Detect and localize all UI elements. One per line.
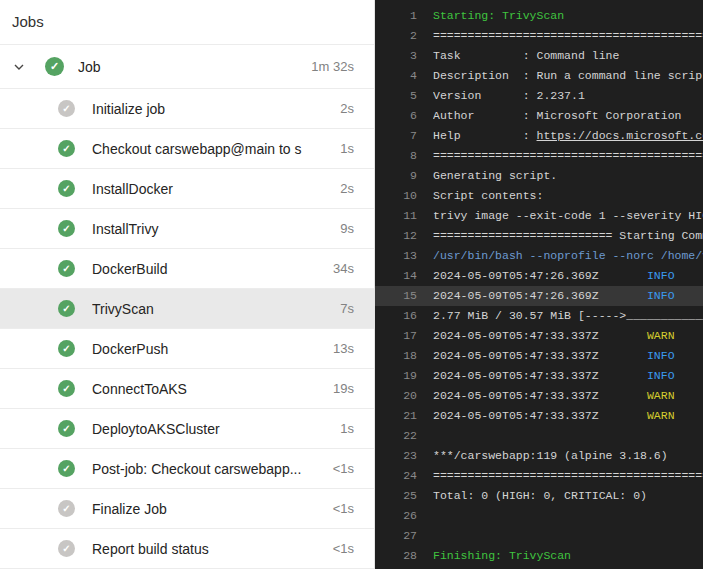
log-line-number[interactable]: 23 (375, 446, 417, 466)
log-text-segment: ========================================… (433, 149, 703, 162)
log-line[interactable]: 25Total: 0 (HIGH: 0, CRITICAL: 0) (375, 486, 703, 506)
log-line[interactable]: 5Version : 2.237.1 (375, 86, 703, 106)
log-line-number[interactable]: 8 (375, 146, 417, 166)
log-line-number[interactable]: 14 (375, 266, 417, 286)
log-line-number[interactable]: 15 (375, 286, 417, 306)
log-line[interactable]: 192024-05-09T05:47:33.337Z INFO (375, 366, 703, 386)
step-duration: 13s (333, 341, 354, 356)
success-check-icon: ✓ (58, 260, 75, 277)
log-line[interactable]: 212024-05-09T05:47:33.337Z WARN (375, 406, 703, 426)
log-line-number[interactable]: 27 (375, 526, 417, 546)
log-text-segment: Total: 0 (HIGH: 0, CRITICAL: 0) (433, 489, 647, 502)
log-text-segment: INFO (647, 369, 675, 382)
step-duration: 1s (340, 141, 354, 156)
log-line-number[interactable]: 25 (375, 486, 417, 506)
log-line-number[interactable]: 20 (375, 386, 417, 406)
log-line[interactable]: 142024-05-09T05:47:26.369Z INFO (375, 266, 703, 286)
log-line-number[interactable]: 5 (375, 86, 417, 106)
log-line[interactable]: 27 (375, 526, 703, 546)
step-row-connecttoaks[interactable]: ✓ConnectToAKS19s (0, 369, 374, 409)
log-line[interactable]: 24======================================… (375, 466, 703, 486)
log-link[interactable]: https://docs.microsoft.co (537, 129, 703, 142)
log-line[interactable]: 10Script contents: (375, 186, 703, 206)
log-line-text: /usr/bin/bash --noprofile --norc /home/v (433, 246, 703, 266)
log-line[interactable]: 7Help : https://docs.microsoft.co (375, 126, 703, 146)
log-line[interactable]: 182024-05-09T05:47:33.337Z INFO (375, 346, 703, 366)
step-row-dockerbuild[interactable]: ✓DockerBuild34s (0, 249, 374, 289)
step-duration: <1s (333, 461, 354, 476)
step-row-checkout-carswebapp-main-to-s[interactable]: ✓Checkout carswebapp@main to s1s (0, 129, 374, 169)
log-line-number[interactable]: 10 (375, 186, 417, 206)
log-text-segment: WARN (647, 389, 675, 402)
step-row-installdocker[interactable]: ✓InstallDocker2s (0, 169, 374, 209)
step-duration: 34s (333, 261, 354, 276)
log-text-segment: 2024-05-09T05:47:33.337Z (433, 349, 647, 362)
log-line[interactable]: 202024-05-09T05:47:33.337Z WARN (375, 386, 703, 406)
log-line-number[interactable]: 26 (375, 506, 417, 526)
log-line[interactable]: 28Finishing: TrivyScan (375, 546, 703, 566)
log-line-number[interactable]: 21 (375, 406, 417, 426)
log-line-number[interactable]: 9 (375, 166, 417, 186)
log-line[interactable]: 26 (375, 506, 703, 526)
log-text-segment: ========================== Starting Comm (433, 229, 703, 242)
step-row-finalize-job[interactable]: ✓Finalize Job<1s (0, 489, 374, 529)
log-line[interactable]: 11trivy image --exit-code 1 --severity H… (375, 206, 703, 226)
step-row-installtrivy[interactable]: ✓InstallTrivy9s (0, 209, 374, 249)
log-line-number[interactable]: 7 (375, 126, 417, 146)
job-row[interactable]: ✓ Job 1m 32s (0, 45, 374, 89)
step-row-trivyscan[interactable]: ✓TrivyScan7s (0, 289, 374, 329)
log-line-number[interactable]: 19 (375, 366, 417, 386)
log-line-text: ========================================… (433, 26, 703, 46)
log-line[interactable]: 172024-05-09T05:47:33.337Z WARN (375, 326, 703, 346)
chevron-down-icon[interactable] (12, 60, 26, 74)
log-line[interactable]: 162.77 MiB / 30.57 MiB [----->__________… (375, 306, 703, 326)
log-text-segment: 2024-05-09T05:47:33.337Z (433, 389, 647, 402)
log-line-number[interactable]: 4 (375, 66, 417, 86)
log-text-segment: Task : Command line (433, 49, 619, 62)
log-line-number[interactable]: 12 (375, 226, 417, 246)
log-line[interactable]: 4Description : Run a command line script (375, 66, 703, 86)
log-line[interactable]: 2=======================================… (375, 26, 703, 46)
log-line[interactable]: 23***/carswebapp:119 (alpine 3.18.6) (375, 446, 703, 466)
success-check-icon: ✓ (58, 180, 75, 197)
step-row-report-build-status[interactable]: ✓Report build status<1s (0, 529, 374, 569)
log-line[interactable]: 9Generating script. (375, 166, 703, 186)
log-line-text: 2.77 MiB / 30.57 MiB [----->____________… (433, 306, 703, 326)
neutral-check-icon: ✓ (58, 500, 75, 517)
log-line-number[interactable]: 22 (375, 426, 417, 446)
step-row-dockerpush[interactable]: ✓DockerPush13s (0, 329, 374, 369)
log-line-number[interactable]: 18 (375, 346, 417, 366)
log-line-text: ***/carswebapp:119 (alpine 3.18.6) (433, 446, 703, 466)
log-line-number[interactable]: 16 (375, 306, 417, 326)
log-line-number[interactable]: 28 (375, 546, 417, 566)
step-label: DeploytoAKSCluster (92, 421, 332, 437)
log-line[interactable]: 13/usr/bin/bash --noprofile --norc /home… (375, 246, 703, 266)
log-line[interactable]: 3Task : Command line (375, 46, 703, 66)
step-row-initialize-job[interactable]: ✓Initialize job2s (0, 89, 374, 129)
step-label: ConnectToAKS (92, 381, 325, 397)
step-row-post-job-checkout-carswebapp[interactable]: ✓Post-job: Checkout carswebapp...<1s (0, 449, 374, 489)
step-row-deploytoakscluster[interactable]: ✓DeploytoAKSCluster1s (0, 409, 374, 449)
log-line-text (433, 426, 703, 446)
log-line-number[interactable]: 3 (375, 46, 417, 66)
log-text-segment: 2024-05-09T05:47:26.369Z (433, 289, 647, 302)
log-line[interactable]: 6Author : Microsoft Corporation (375, 106, 703, 126)
log-line-number[interactable]: 6 (375, 106, 417, 126)
log-line-text: trivy image --exit-code 1 --severity HIG (433, 206, 703, 226)
step-label: Post-job: Checkout carswebapp... (92, 461, 325, 477)
log-line[interactable]: 22 (375, 426, 703, 446)
log-line-number[interactable]: 17 (375, 326, 417, 346)
log-line-number[interactable]: 1 (375, 6, 417, 26)
log-line-number[interactable]: 11 (375, 206, 417, 226)
success-check-icon: ✓ (58, 340, 75, 357)
log-line-text: Task : Command line (433, 46, 703, 66)
log-line[interactable]: 8=======================================… (375, 146, 703, 166)
step-label: Finalize Job (92, 501, 325, 517)
log-line-text: ========================================… (433, 146, 703, 166)
log-line[interactable]: 152024-05-09T05:47:26.369Z INFO (375, 286, 703, 306)
log-line-number[interactable]: 13 (375, 246, 417, 266)
log-line[interactable]: 1Starting: TrivyScan (375, 6, 703, 26)
log-line-number[interactable]: 24 (375, 466, 417, 486)
log-line-number[interactable]: 2 (375, 26, 417, 46)
log-line[interactable]: 12========================== Starting Co… (375, 226, 703, 246)
